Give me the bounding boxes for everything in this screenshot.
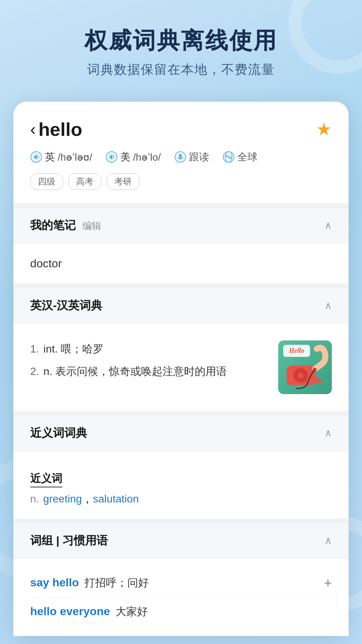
svg-rect-3 [179,154,182,158]
tag-cet4: 四级 [30,173,63,190]
dict-section-header[interactable]: 英汉-汉英词典 ∧ [13,287,349,323]
synonym-section-header[interactable]: 近义词词典 ∧ [13,415,349,451]
tag-kaoyan: 考研 [107,173,139,190]
dict-definitions-row: 1. int. 喂；哈罗 2. n. 表示问候，惊奇或唤起注意时的用语 [30,334,332,401]
us-label: 美 [120,150,130,164]
divider-2 [13,283,349,287]
global-button[interactable]: 全球 [223,150,257,164]
phrase-title: 词组 | 习惯用语 [30,533,108,548]
dict-definitions: 1. int. 喂；哈罗 2. n. 表示问候，惊奇或唤起注意时的用语 [30,340,272,385]
synonym-title: 近义词词典 [30,425,87,441]
tag-gaokao: 高考 [68,173,101,190]
phrase-section-header[interactable]: 词组 | 习惯用语 ∧ [13,523,349,558]
microphone-icon [174,151,186,163]
note-text: doctor [30,254,332,273]
dict-chevron-icon: ∧ [324,300,332,311]
dict-title: 英汉-汉英词典 [30,298,102,313]
notes-chevron-icon: ∧ [324,219,332,231]
favorite-star-icon[interactable]: ★ [316,119,332,139]
svg-text:Hello: Hello [289,347,304,354]
def-text-2: 表示问候，惊奇或唤起注意时的用语 [55,365,227,377]
pronunciation-row: 英 /həˈləʊ/ 美 /həˈlo/ [30,150,332,164]
definition-1: 1. int. 喂；哈罗 [30,340,272,358]
phrase-chevron-icon: ∧ [324,535,332,546]
phrase-1-text: say hello 打招呼；问好 [30,576,149,590]
phrase-content: say hello 打招呼；问好 + hello everyone 大家好 [13,558,349,636]
word-back-title: ‹ hello [30,118,82,140]
notes-edit-button[interactable]: 编辑 [82,221,101,231]
notes-content: doctor [13,243,349,283]
follow-read-label: 跟读 [189,150,209,164]
phrase-1-en[interactable]: say hello [30,576,79,589]
notes-section-title-row: 我的笔记 编辑 [30,218,101,233]
synonym-content: 近义词 n. greeting , salutation [13,451,349,519]
phrase-item-1: say hello 打招呼；问好 + [30,569,332,598]
synonym-pos: n. [30,493,39,505]
telephone-illustration: Hello [280,342,330,392]
dict-content: 1. int. 喂；哈罗 2. n. 表示问候，惊奇或唤起注意时的用语 [13,323,349,411]
us-speaker-icon [106,151,118,163]
hello-image: Hello [278,340,332,394]
global-icon [223,151,235,163]
promo-title: 权威词典离线使用 [13,27,349,54]
phrase-1-add-button[interactable]: + [324,576,332,591]
def-text-1: 喂；哈罗 [61,343,104,355]
uk-phonetic: /həˈləʊ/ [58,151,92,163]
synonym-word-2[interactable]: salutation [93,493,139,505]
synonym-separator: , [86,493,89,505]
phrase-2-en[interactable]: hello everyone [30,605,110,618]
divider-4 [13,519,349,523]
def-pos-2: n. [44,365,53,377]
synonym-chevron-icon: ∧ [324,427,332,439]
synonym-word-1[interactable]: greeting [43,493,82,505]
global-label: 全球 [237,150,257,164]
notes-section-header[interactable]: 我的笔记 编辑 ∧ [13,207,349,243]
word-header: ‹ hello ★ 英 /həˈləʊ/ [13,102,349,203]
phrase-item-2: hello everyone 大家好 [30,598,332,626]
notes-title: 我的笔记 [30,219,76,231]
promo-subtitle: 词典数据保留在本地，不费流量 [13,61,349,78]
definition-2: 2. n. 表示问候，惊奇或唤起注意时的用语 [30,363,272,380]
uk-speaker-icon [30,151,42,163]
uk-pronunciation[interactable]: 英 /həˈləʊ/ [30,150,92,164]
us-phonetic: /həˈlo/ [133,151,161,163]
synonym-words-row: n. greeting , salutation [30,493,332,505]
phrase-2-cn: 大家好 [116,605,148,618]
promo-header: 权威词典离线使用 词典数据保留在本地，不费流量 [0,0,362,95]
us-pronunciation[interactable]: 美 /həˈlo/ [106,150,161,164]
def-pos-1: int. [44,343,58,355]
svg-point-12 [298,373,303,378]
back-button[interactable]: ‹ [30,119,36,139]
phrase-2-text: hello everyone 大家好 [30,604,148,619]
synonym-body: 近义词 n. greeting , salutation [30,461,332,508]
follow-read-button[interactable]: 跟读 [174,150,209,164]
hello-image-bg: Hello [278,340,332,394]
uk-label: 英 [45,150,55,164]
divider-1 [13,203,349,207]
divider-3 [13,411,349,415]
phrase-1-cn: 打招呼；问好 [84,577,149,589]
word-title-row: ‹ hello ★ [30,118,332,140]
def-number-2: 2. [30,365,39,377]
def-number-1: 1. [30,343,39,355]
word-text: hello [39,118,82,140]
dictionary-card: ‹ hello ★ 英 /həˈləʊ/ [13,102,349,636]
exam-tags: 四级 高考 考研 [30,173,332,190]
synonyms-heading: 近义词 [30,471,62,487]
